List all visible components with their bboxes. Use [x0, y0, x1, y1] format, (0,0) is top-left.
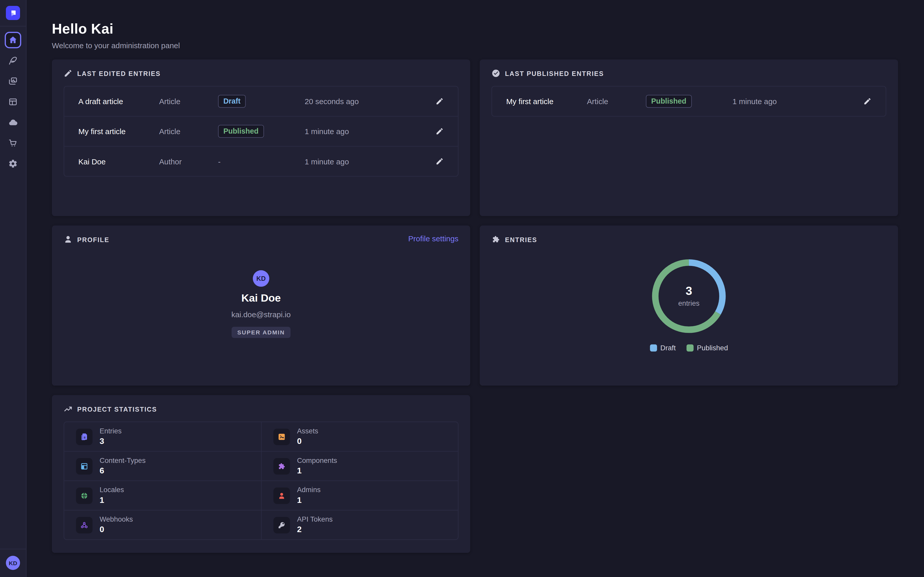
widgets-row-2: PROFILE Profile settings KD Kai Doe kai.…	[52, 226, 898, 385]
profile-body: KD Kai Doe kai.doe@strapi.io SUPER ADMIN	[64, 270, 459, 338]
sidebar-item-media-library[interactable]	[5, 73, 21, 90]
sidebar-item-settings[interactable]	[5, 155, 21, 172]
strapi-logo-glyph	[8, 8, 18, 18]
panel-title-label: LAST EDITED ENTRIES	[77, 70, 161, 77]
stat-text: Components 1	[297, 456, 337, 475]
edit-entry-button[interactable]	[436, 97, 444, 105]
last-published-table: My first article Article Published 1 min…	[491, 86, 886, 116]
stat-label: Webhooks	[100, 516, 133, 524]
profile-name: Kai Doe	[241, 292, 281, 305]
puzzle-icon	[491, 235, 500, 243]
legend-label: Published	[697, 344, 728, 352]
entry-time: 1 minute ago	[305, 157, 425, 166]
entries-title: ENTRIES	[491, 235, 886, 243]
edit-entry-button[interactable]	[436, 127, 444, 135]
last-edited-entries-title: LAST EDITED ENTRIES	[64, 69, 459, 78]
entry-time: 1 minute ago	[733, 97, 853, 106]
stat-text: Webhooks 0	[100, 516, 133, 534]
status-badge: Draft	[218, 95, 246, 108]
entries-chart: 3 entries Draft Published	[491, 258, 886, 352]
user-icon	[64, 235, 73, 243]
stat-value: 1	[297, 495, 321, 505]
table-row: A draft article Article Draft 20 seconds…	[64, 86, 458, 116]
entry-time: 1 minute ago	[305, 127, 425, 135]
last-edited-table: A draft article Article Draft 20 seconds…	[64, 86, 459, 177]
stat-webhooks: Webhooks 0	[64, 510, 261, 539]
sidebar-item-content-type-builder[interactable]	[5, 93, 21, 110]
chart-legend: Draft Published	[650, 344, 728, 352]
widgets-row-1: LAST EDITED ENTRIES A draft article Arti…	[52, 60, 898, 216]
picture-icon	[273, 428, 290, 445]
project-statistics-panel: PROJECT STATISTICS Entries	[52, 395, 470, 553]
entries-panel: ENTRIES 3 entries	[480, 226, 898, 385]
table-row: Kai Doe Author - 1 minute ago	[64, 146, 458, 176]
stat-label: Content-Types	[100, 456, 145, 465]
entry-name: My first article	[78, 127, 159, 135]
entry-type: Article	[159, 97, 218, 106]
stat-text: Locales 1	[100, 486, 124, 505]
pencil-icon	[436, 127, 444, 135]
table-row: My first article Article Published 1 min…	[64, 116, 458, 146]
stat-text: API Tokens 2	[297, 516, 333, 534]
stat-value: 1	[297, 466, 337, 476]
profile-title: PROFILE	[64, 235, 459, 243]
images-icon	[8, 76, 18, 86]
sidebar-nav	[5, 32, 21, 172]
person-icon	[273, 487, 290, 504]
legend-swatch-draft	[650, 344, 657, 351]
pencil-icon	[436, 97, 444, 105]
stat-label: Admins	[297, 486, 321, 495]
entry-type: Article	[587, 97, 646, 106]
webhook-icon	[76, 517, 92, 533]
stat-value: 0	[297, 436, 318, 446]
stat-value: 0	[100, 524, 133, 534]
profile-panel: PROFILE Profile settings KD Kai Doe kai.…	[52, 226, 470, 385]
sidebar-divider-top	[0, 26, 26, 26]
sidebar-item-content-manager[interactable]	[5, 52, 21, 69]
page-title: Hello Kai	[52, 21, 898, 37]
edit-entry-button[interactable]	[863, 97, 871, 105]
cloud-icon	[8, 118, 18, 127]
panel-title-label: PROFILE	[77, 236, 109, 243]
pencil-icon	[436, 157, 444, 165]
stat-admins: Admins 1	[261, 480, 458, 510]
sidebar-item-marketplace[interactable]	[5, 135, 21, 151]
stat-value: 2	[297, 524, 333, 534]
stat-value: 1	[100, 495, 124, 505]
pencil-icon	[64, 69, 73, 78]
last-published-entries-title: LAST PUBLISHED ENTRIES	[491, 69, 886, 78]
layout-icon	[8, 97, 18, 107]
sidebar-item-home[interactable]	[5, 32, 21, 48]
panel-title-label: PROJECT STATISTICS	[77, 405, 157, 413]
entries-total: 3	[686, 285, 692, 297]
last-edited-entries-panel: LAST EDITED ENTRIES A draft article Arti…	[52, 60, 470, 216]
cart-icon	[8, 139, 18, 148]
status-empty: -	[218, 157, 304, 166]
documents-icon	[76, 428, 92, 445]
page-subtitle: Welcome to your administration panel	[52, 41, 898, 50]
stat-components: Components 1	[261, 451, 458, 480]
stat-content-types: Content-Types 6	[64, 451, 261, 480]
profile-settings-link[interactable]: Profile settings	[408, 234, 459, 243]
empty-grid-slot	[480, 395, 898, 553]
globe-icon	[76, 487, 92, 504]
project-statistics-title: PROJECT STATISTICS	[64, 405, 459, 413]
check-circle-icon	[491, 69, 500, 78]
stat-label: Components	[297, 456, 337, 465]
stat-label: Assets	[297, 427, 318, 435]
puzzle-icon	[273, 458, 290, 474]
legend-swatch-published	[687, 344, 693, 351]
sidebar-item-cloud[interactable]	[5, 114, 21, 131]
user-avatar[interactable]: KD	[6, 556, 20, 570]
stat-value: 6	[100, 466, 145, 476]
stat-api-tokens: API Tokens 2	[261, 510, 458, 539]
stat-assets: Assets 0	[261, 422, 458, 451]
table-row: My first article Article Published 1 min…	[492, 86, 886, 116]
edit-entry-button[interactable]	[436, 157, 444, 165]
trend-up-icon	[64, 405, 73, 413]
stat-label: Entries	[100, 427, 122, 435]
stat-locales: Locales 1	[64, 480, 261, 510]
legend-label: Draft	[661, 344, 676, 352]
strapi-logo-icon[interactable]	[6, 6, 20, 20]
layout-icon	[76, 458, 92, 474]
